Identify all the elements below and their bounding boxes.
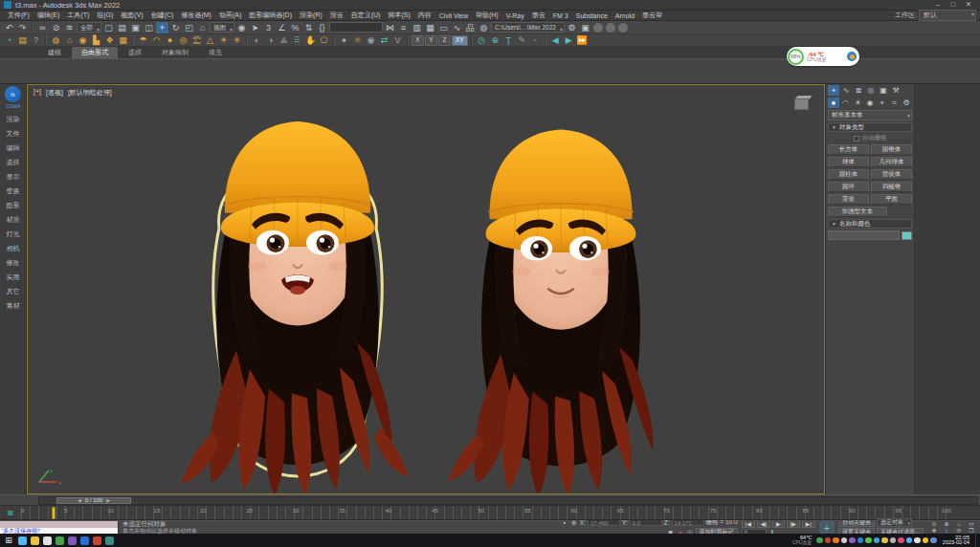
atom-tool-icon[interactable]: ⚛ [351, 34, 364, 46]
workspace-selector[interactable]: 工作区:默认 [895, 10, 976, 21]
time-slider-handle[interactable]: ◀ 0 / 100 ▶ [56, 497, 131, 504]
step-end-icon[interactable]: ⏩ [576, 34, 589, 46]
text-plus-button[interactable]: 加强型文本 [828, 207, 887, 217]
pen-tool-icon[interactable]: ✎ [516, 34, 528, 46]
vray-dome-icon[interactable]: ⌂ [63, 34, 76, 46]
populate-icon[interactable]: ◔ [3, 34, 15, 46]
create-tab[interactable]: + [828, 85, 839, 96]
stopwatch-icon[interactable]: ◷ [476, 34, 488, 46]
cylinder-button[interactable]: 圆柱体 [828, 169, 869, 180]
taskbar-app-icon[interactable] [56, 536, 64, 545]
vray-umbrella-light-icon[interactable]: ☂ [137, 34, 149, 46]
vray-box-icon[interactable]: ⬠ [318, 34, 330, 46]
taskbar-temp-widget[interactable]: 64℃ CPU温度 [792, 536, 813, 546]
sphere-button[interactable]: 球体 [828, 157, 869, 167]
show-desktop-button[interactable] [975, 534, 978, 547]
tray-icon[interactable] [841, 537, 848, 544]
perspective-viewport[interactable]: [+] [透视] [默认明暗处理] [27, 84, 825, 494]
menu-item[interactable]: Civil View [435, 12, 472, 19]
taskbar-app-icon[interactable] [80, 536, 89, 545]
vray-sphere-light-icon[interactable]: ● [164, 34, 176, 46]
mirror-icon[interactable]: ⋈ [384, 22, 396, 33]
maxscript-mini-listener[interactable]: '多久没保存啦!' [0, 521, 119, 534]
menu-item[interactable]: 自定义(U) [347, 11, 385, 20]
snap-toggle-3d-icon[interactable]: 3 [262, 22, 275, 33]
viewport-menu-shading[interactable]: [默认明暗处理] [68, 88, 112, 98]
helpers-subtab[interactable]: ⌖ [877, 98, 888, 108]
step-forward-icon[interactable]: ▶ [563, 34, 575, 46]
project-folder-dropdown[interactable]: C:\Users\…\Max 2022 [491, 22, 565, 33]
object-type-rollout[interactable]: ▼ 对象类型 [828, 122, 912, 132]
axis-y-button[interactable]: Y [425, 35, 437, 46]
vray-sphere-gray-icon[interactable]: ◐ [251, 34, 263, 46]
toolbar-separator[interactable] [132, 35, 134, 46]
menu-item[interactable]: V-Ray [502, 12, 528, 19]
menu-item[interactable]: 编辑(E) [33, 11, 63, 20]
vray-ring-light-icon[interactable]: ◎ [177, 34, 189, 46]
tray-icon[interactable] [923, 537, 929, 544]
sidebar-item[interactable]: 其它 [0, 284, 26, 298]
viewcube[interactable] [791, 95, 813, 112]
tray-icon[interactable] [816, 537, 823, 544]
tray-icon[interactable] [858, 537, 864, 544]
vray-hand-icon[interactable]: ✋ [304, 34, 317, 46]
geometry-subtab[interactable]: ● [828, 98, 839, 108]
taskbar-app-icon[interactable] [93, 536, 101, 545]
toolbar-separator[interactable] [333, 35, 335, 46]
lights-subtab[interactable]: ☀ [852, 98, 863, 108]
tray-icon[interactable] [906, 537, 913, 544]
close-button[interactable]: ✕ [961, 0, 976, 10]
vray-shadow-icon[interactable]: ◑ [264, 34, 277, 46]
tray-icon[interactable] [914, 537, 921, 544]
sidebar-item[interactable]: 素材 [0, 298, 26, 313]
menu-item[interactable]: 渲云 [326, 11, 347, 20]
spacewarps-subtab[interactable]: ≈ [889, 98, 901, 108]
menu-item[interactable]: 图形编辑器(D) [245, 11, 296, 20]
minimize-button[interactable]: – [930, 0, 946, 10]
placement-icon[interactable]: ⌂ [196, 22, 209, 33]
material-editor-icon[interactable]: ◍ [478, 22, 490, 33]
menu-item[interactable]: 内容 [414, 11, 435, 20]
window-crossing-icon[interactable]: ◫ [143, 22, 155, 33]
tube-button[interactable]: 管状体 [871, 169, 912, 180]
taskbar-clock[interactable]: 22:05 2023-02-04 [943, 535, 969, 546]
axis-xy-button[interactable]: XY [452, 35, 468, 46]
torus-button[interactable]: 圆环 [828, 182, 869, 192]
tray-icon[interactable] [881, 537, 888, 544]
sidebar-item[interactable]: 显示 [0, 169, 26, 184]
hierarchy-tab[interactable]: ≣ [853, 85, 864, 96]
cameras-subtab[interactable]: ◉ [864, 98, 876, 108]
selection-filter-dropdown[interactable]: 全部 [77, 22, 101, 33]
select-scale-icon[interactable]: ◰ [183, 22, 195, 33]
select-object-icon[interactable]: ▢ [102, 22, 115, 33]
vray-camera-icon[interactable]: ◉ [77, 34, 89, 46]
tray-icon[interactable] [890, 537, 897, 544]
vray-sun-icon[interactable]: ☀ [217, 34, 230, 46]
menu-item[interactable]: 帮助(H) [472, 11, 502, 20]
list-icon[interactable]: ▤ [16, 34, 29, 46]
sidebar-item[interactable]: 实用 [0, 270, 26, 284]
align-icon[interactable]: ≡ [397, 22, 410, 33]
sidebar-item[interactable]: 编辑 [0, 141, 26, 155]
object-name-input[interactable] [828, 230, 900, 240]
scene-explorer-icon[interactable]: ▥ [411, 22, 423, 33]
mini-curve-editor-icon[interactable]: ⊞ [0, 506, 21, 519]
motion-tab[interactable]: ◎ [865, 85, 877, 96]
tray-icon[interactable] [825, 537, 832, 544]
menu-item[interactable]: FM 3 [549, 12, 572, 19]
box-button[interactable]: 长方体 [828, 144, 869, 155]
sidebar-item[interactable]: 图形 [0, 198, 26, 212]
rendered-frame-window-icon[interactable]: ▣ [579, 22, 591, 33]
select-manipulate-icon[interactable]: ➤ [249, 22, 261, 33]
boost-rocket-icon[interactable] [847, 52, 857, 61]
sidebar-item[interactable]: 选择 [0, 155, 26, 169]
coord-z-field[interactable]: 14.171 [672, 519, 704, 526]
redo-icon[interactable]: ↷ [16, 22, 29, 33]
workspace-dropdown[interactable]: 默认 [919, 10, 976, 21]
taskbar-app-icon[interactable] [31, 536, 39, 545]
next-key-icon[interactable]: ▶ [106, 497, 110, 503]
named-selection-sets-input[interactable] [329, 22, 383, 33]
sidebar-item[interactable]: 变换 [0, 184, 26, 198]
sidebar-item[interactable]: 修改 [0, 255, 26, 270]
sphere-tool-icon[interactable]: ● [338, 34, 350, 46]
